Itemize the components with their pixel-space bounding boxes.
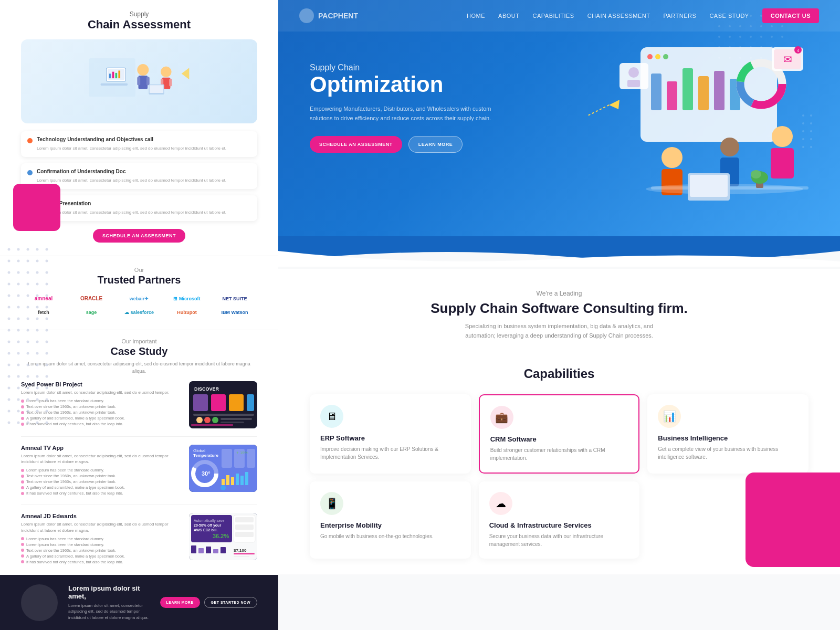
svg-rect-110: [191, 424, 233, 426]
footer-get-started-btn[interactable]: GET STARTED NOW: [204, 597, 257, 608]
svg-rect-103: [247, 394, 254, 411]
svg-point-47: [27, 352, 29, 355]
footer-section: Lorem ipsum dolor sit amet, Lorem ipsum …: [0, 575, 278, 630]
schedule-assessment-btn[interactable]: SCHEDULE AN ASSESSMENT: [93, 229, 185, 243]
svg-point-75: [8, 422, 10, 424]
svg-point-57: [27, 375, 29, 378]
case-item3-title: Amneal JD Edwards: [21, 513, 183, 519]
nav-home[interactable]: HOME: [467, 13, 485, 19]
svg-point-45: [8, 352, 10, 355]
item2-desc: Lorem ipsum dolor sit amet, consectetur …: [37, 178, 226, 183]
svg-point-78: [36, 422, 39, 424]
supply-illustration: [21, 39, 257, 123]
svg-rect-135: [235, 517, 254, 522]
svg-rect-144: [234, 553, 255, 554]
supply-label: Supply: [21, 10, 257, 18]
item1-desc: Lorem ipsum dolor sit amet, consectetur …: [37, 146, 226, 151]
svg-point-73: [36, 410, 39, 413]
dot-blue: [27, 170, 33, 175]
svg-rect-119: [226, 475, 229, 485]
svg-point-181: [663, 54, 668, 59]
svg-point-48: [36, 352, 39, 355]
dot-grid-decoration: [0, 242, 68, 441]
nav-about[interactable]: ABOUT: [498, 13, 519, 19]
nav-chain-assessment[interactable]: CHAIN ASSESSMENT: [587, 13, 650, 19]
svg-point-218: [810, 122, 812, 124]
nav-logo-circle: [299, 8, 314, 23]
svg-line-214: [588, 105, 609, 116]
svg-point-32: [27, 318, 29, 320]
svg-text:✉: ✉: [783, 54, 792, 65]
leading-sub: We're a Leading: [310, 290, 808, 297]
nav-partners[interactable]: PARTNERS: [664, 13, 697, 19]
svg-point-88: [137, 64, 149, 76]
case-item2-desc: Lorem ipsum dolor sit amet, consectetur …: [21, 453, 183, 465]
svg-rect-90: [137, 77, 140, 85]
right-panel: PACPHENT HOME ABOUT CAPABILITIES CHAIN A…: [278, 0, 840, 630]
nav-case-study[interactable]: CASE STUDY: [709, 13, 749, 19]
svg-point-42: [27, 341, 29, 343]
capabilities-heading: Capabilities: [310, 366, 808, 381]
svg-point-44: [46, 341, 48, 343]
svg-rect-183: [667, 81, 677, 110]
hero-learn-more-btn[interactable]: LEARN MORE: [408, 136, 463, 153]
svg-point-69: [46, 398, 48, 401]
svg-rect-139: [198, 548, 204, 553]
svg-rect-182: [651, 74, 662, 110]
svg-point-224: [810, 146, 812, 148]
svg-point-220: [810, 130, 812, 132]
svg-point-36: [17, 329, 20, 332]
svg-point-215: [802, 114, 804, 117]
svg-point-61: [17, 387, 20, 390]
hero-schedule-btn[interactable]: SCHEDULE AN ASSESSMENT: [310, 136, 402, 153]
svg-point-52: [27, 364, 29, 366]
svg-point-19: [46, 283, 48, 286]
partner-webair: webair✈: [117, 294, 162, 303]
bullet-2: Text over since the 1960s, an unknown pr…: [21, 474, 183, 478]
partner-microsoft: ⊞ Microsoft: [164, 294, 209, 303]
svg-point-23: [36, 295, 39, 297]
svg-point-53: [36, 364, 39, 366]
svg-point-106: [204, 417, 211, 423]
bullet-4: A gallery of and scrambled, make a type …: [21, 485, 183, 490]
svg-point-59: [46, 375, 48, 378]
leading-heading: Supply Chain Software Consulting firm.: [310, 300, 808, 317]
case-item3-desc: Lorem ipsum dolor sit amet, consectetur …: [21, 521, 183, 533]
footer-heading: Lorem ipsum dolor sit amet,: [68, 584, 150, 600]
capability-mobility: 📱 Enterprise Mobility Go mobile with bus…: [310, 481, 471, 559]
svg-point-34: [46, 318, 48, 320]
svg-point-8: [36, 260, 39, 262]
svg-point-107: [212, 417, 218, 423]
nav-contact-btn[interactable]: CONTACT US: [762, 8, 819, 23]
bi-icon: 📊: [658, 405, 681, 428]
svg-rect-124: [222, 449, 232, 468]
svg-point-46: [17, 352, 20, 355]
bullet-2: Lorem ipsum has been the standard dummy.: [21, 542, 183, 547]
svg-point-4: [46, 248, 48, 251]
hero-subtitle: Supply Chain: [310, 63, 360, 72]
mobility-desc: Go mobile with business on-the-go techno…: [320, 532, 460, 540]
nav-logo-text: PACPHENT: [318, 12, 358, 20]
svg-point-0: [8, 248, 10, 251]
svg-point-25: [8, 306, 10, 309]
svg-point-67: [27, 398, 29, 401]
svg-point-43: [36, 341, 39, 343]
footer-learn-more-btn[interactable]: LEARN MORE: [160, 597, 200, 608]
svg-point-41: [17, 341, 20, 343]
svg-point-28: [36, 306, 39, 309]
svg-text:DISCOVER: DISCOVER: [194, 386, 219, 392]
bi-title: Business Intelligence: [658, 434, 798, 442]
dot-orange: [27, 138, 33, 143]
svg-point-26: [17, 306, 20, 309]
svg-point-49: [46, 352, 48, 355]
partner-watson: IBM Watson: [212, 308, 257, 317]
svg-text:36.2%: 36.2%: [213, 533, 229, 539]
crm-title: CRM Software: [490, 435, 628, 443]
svg-text:Automatically save: Automatically save: [194, 519, 224, 523]
svg-point-76: [17, 422, 20, 424]
partner-salesforce: ☁ salesforce: [117, 308, 162, 317]
nav-capabilities[interactable]: CAPABILITIES: [533, 13, 574, 19]
svg-point-27: [27, 306, 29, 309]
svg-marker-213: [609, 100, 620, 109]
svg-point-79: [46, 422, 48, 424]
